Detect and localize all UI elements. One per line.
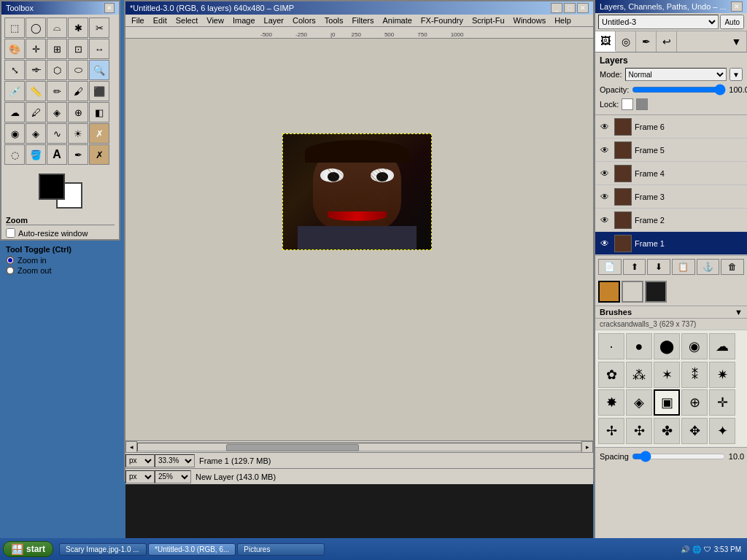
taskbar-item-pictures[interactable]: Pictures bbox=[237, 543, 325, 556]
lock-alpha-checkbox[interactable] bbox=[636, 98, 648, 110]
layer-row-frame5[interactable]: 👁 Frame 5 bbox=[595, 139, 747, 162]
move-layer-up-button[interactable]: ⬆ bbox=[623, 259, 646, 275]
menu-layer[interactable]: Layer bbox=[260, 15, 289, 26]
tab-menu[interactable]: ▼ bbox=[727, 31, 747, 52]
brush-cell-8[interactable]: ✶ bbox=[654, 362, 680, 388]
menu-colors[interactable]: Colors bbox=[288, 15, 320, 26]
brush-cell-3[interactable]: ⬤ bbox=[654, 333, 680, 359]
heal-tool[interactable]: ⊕ bbox=[68, 102, 88, 122]
scissors-tool[interactable]: ✂ bbox=[89, 18, 109, 38]
brush-cell-13[interactable]: ▣ bbox=[654, 389, 680, 416]
brush-cell-4[interactable]: ◉ bbox=[681, 333, 708, 359]
brush-cell-5[interactable]: ☁ bbox=[709, 333, 735, 359]
brush-cell-14[interactable]: ⊕ bbox=[681, 389, 708, 416]
blend-tool[interactable]: ◌ bbox=[4, 144, 25, 165]
crop-tool[interactable]: ⊡ bbox=[68, 39, 88, 59]
move-tool[interactable]: ✛ bbox=[26, 39, 46, 59]
brush-swatch-1[interactable] bbox=[598, 281, 620, 303]
zoom-tool[interactable]: 🔍 bbox=[89, 60, 109, 80]
brush-cell-6[interactable]: ✿ bbox=[598, 362, 624, 388]
smudge-tool[interactable]: ∿ bbox=[47, 123, 67, 144]
layer-row-frame6[interactable]: 👁 Frame 6 bbox=[595, 115, 747, 139]
lock-pixels-checkbox[interactable] bbox=[622, 98, 633, 110]
menu-windows[interactable]: Windows bbox=[509, 15, 551, 26]
menu-animate[interactable]: Animate bbox=[378, 15, 416, 26]
gimp-maximize-button[interactable]: □ bbox=[564, 3, 576, 13]
menu-tools[interactable]: Tools bbox=[320, 15, 348, 26]
layers-image-dropdown[interactable]: Untitled-3 bbox=[598, 15, 719, 29]
shear-tool[interactable]: ⬲ bbox=[26, 60, 46, 80]
brush-swatch-3[interactable] bbox=[645, 281, 667, 303]
brush-tool[interactable]: 🖌 bbox=[68, 81, 88, 101]
fuzzy-select-tool[interactable]: ✱ bbox=[68, 18, 88, 38]
pencil-tool[interactable]: ✏ bbox=[47, 81, 67, 101]
gimp-close-button[interactable]: ✕ bbox=[577, 3, 589, 13]
eraser-tool[interactable]: ⬛ bbox=[89, 81, 109, 101]
brush-cell-1[interactable]: · bbox=[598, 333, 624, 359]
menu-image[interactable]: Image bbox=[228, 15, 260, 26]
measure-tool[interactable]: 📏 bbox=[26, 81, 46, 101]
horizontal-scrollbar[interactable]: ◂ ▸ bbox=[125, 440, 593, 452]
toolbox-close-button[interactable]: ✕ bbox=[104, 3, 115, 13]
scroll-right-arrow[interactable]: ▸ bbox=[581, 441, 593, 453]
menu-help[interactable]: Help bbox=[550, 15, 576, 26]
brush-cell-9[interactable]: ⁑ bbox=[681, 362, 708, 388]
scale-tool[interactable]: ⤡ bbox=[4, 60, 25, 80]
tab-paths[interactable]: ✒ bbox=[636, 31, 657, 52]
brush-swatch-2[interactable] bbox=[622, 281, 643, 303]
align-tool[interactable]: ⊞ bbox=[47, 39, 67, 59]
free-select-tool[interactable]: ⌓ bbox=[47, 18, 67, 38]
scrollbar-track-h[interactable] bbox=[137, 443, 581, 451]
zoom-select-2[interactable]: 25% bbox=[155, 470, 191, 483]
start-button[interactable]: 🪟 start bbox=[3, 541, 53, 557]
text-tool[interactable]: A bbox=[47, 144, 67, 165]
ink-tool[interactable]: 🖊 bbox=[26, 102, 46, 122]
menu-fx-foundry[interactable]: FX-Foundry bbox=[417, 15, 468, 26]
menu-file[interactable]: File bbox=[127, 15, 149, 26]
layer-eye-frame2[interactable]: 👁 bbox=[598, 214, 611, 227]
layer-row-frame1[interactable]: 👁 Frame 1 bbox=[595, 232, 747, 255]
clone-tool[interactable]: ◈ bbox=[47, 102, 67, 122]
scroll-left-arrow[interactable]: ◂ bbox=[125, 441, 137, 453]
brush-cell-20[interactable]: ✦ bbox=[709, 418, 735, 444]
unit-select-1[interactable]: px bbox=[125, 454, 155, 467]
rect-select-tool[interactable]: ⬚ bbox=[4, 18, 25, 38]
brush-cell-16[interactable]: ✢ bbox=[598, 418, 624, 444]
canvas-area[interactable] bbox=[125, 39, 593, 440]
spacing-slider[interactable] bbox=[632, 451, 726, 462]
foreground-color-swatch[interactable] bbox=[39, 174, 65, 200]
anchor-layer-button[interactable]: ⚓ bbox=[697, 259, 720, 275]
menu-select[interactable]: Select bbox=[171, 15, 203, 26]
menu-filters[interactable]: Filters bbox=[348, 15, 379, 26]
airbrush-tool[interactable]: ☁ bbox=[4, 102, 25, 122]
menu-edit[interactable]: Edit bbox=[149, 15, 171, 26]
unit-select-2[interactable]: px bbox=[125, 470, 155, 483]
layers-close-button[interactable]: ✕ bbox=[731, 1, 743, 12]
tab-channels[interactable]: ◎ bbox=[616, 31, 636, 52]
flip-tool[interactable]: ⬭ bbox=[68, 60, 88, 80]
zoom-out-radio[interactable] bbox=[6, 266, 15, 275]
brush-cell-11[interactable]: ✸ bbox=[598, 389, 624, 416]
zoom-in-radio[interactable] bbox=[6, 256, 15, 265]
menu-view[interactable]: View bbox=[202, 15, 228, 26]
taskbar-item-scary[interactable]: Scary Image.jpg-1.0 ... bbox=[59, 543, 147, 556]
layer-row-frame4[interactable]: 👁 Frame 4 bbox=[595, 162, 747, 185]
brush-cell-10[interactable]: ✷ bbox=[709, 362, 735, 388]
delete-layer-button[interactable]: 🗑 bbox=[721, 259, 744, 275]
brushes-collapse-icon[interactable]: ▼ bbox=[735, 308, 743, 316]
gimp-minimize-button[interactable]: _ bbox=[551, 3, 562, 13]
layers-auto-button[interactable]: Auto bbox=[720, 15, 744, 29]
zoom-select-1[interactable]: 33.3% bbox=[155, 454, 195, 467]
iscissors-tool[interactable]: ✗ bbox=[89, 144, 109, 165]
path-tool[interactable]: ✒ bbox=[68, 144, 88, 165]
desaturate-tool[interactable]: ✗ bbox=[89, 123, 109, 144]
brush-cell-7[interactable]: ⁂ bbox=[626, 362, 652, 388]
brush-cell-19[interactable]: ✥ bbox=[681, 418, 708, 444]
dodge-burn-tool[interactable]: ☀ bbox=[68, 123, 88, 144]
scrollbar-thumb-h[interactable] bbox=[226, 444, 359, 451]
tab-layers[interactable]: 🖼 bbox=[595, 31, 616, 52]
auto-resize-checkbox[interactable] bbox=[6, 228, 15, 238]
tab-undo[interactable]: ↩ bbox=[657, 31, 677, 52]
layer-row-frame2[interactable]: 👁 Frame 2 bbox=[595, 209, 747, 232]
blur-tool[interactable]: ◉ bbox=[4, 123, 25, 144]
